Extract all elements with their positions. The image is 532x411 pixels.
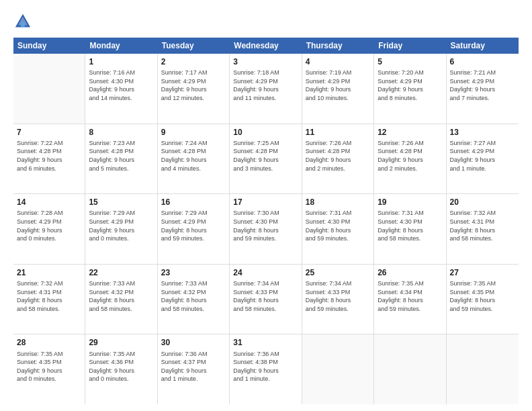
day-info: Sunrise: 7:34 AM Sunset: 4:33 PM Dayligh… bbox=[233, 279, 298, 313]
svg-rect-2 bbox=[21, 22, 25, 27]
day-info: Sunrise: 7:32 AM Sunset: 4:31 PM Dayligh… bbox=[17, 279, 81, 313]
day-number: 26 bbox=[378, 267, 442, 278]
day-number: 8 bbox=[89, 127, 153, 138]
cal-cell: 1Sunrise: 7:16 AM Sunset: 4:30 PM Daylig… bbox=[85, 54, 157, 124]
day-number: 24 bbox=[233, 267, 298, 278]
day-info: Sunrise: 7:35 AM Sunset: 4:36 PM Dayligh… bbox=[89, 350, 153, 383]
logo bbox=[13, 12, 34, 31]
cal-cell: 4Sunrise: 7:19 AM Sunset: 4:29 PM Daylig… bbox=[302, 54, 374, 124]
cal-cell: 22Sunrise: 7:33 AM Sunset: 4:32 PM Dayli… bbox=[85, 265, 157, 334]
day-info: Sunrise: 7:33 AM Sunset: 4:32 PM Dayligh… bbox=[161, 279, 226, 313]
cal-cell bbox=[374, 334, 446, 404]
day-number: 13 bbox=[450, 127, 515, 138]
day-info: Sunrise: 7:21 AM Sunset: 4:29 PM Dayligh… bbox=[450, 68, 515, 102]
cal-cell bbox=[302, 334, 374, 404]
calendar-body: 1Sunrise: 7:16 AM Sunset: 4:30 PM Daylig… bbox=[13, 54, 519, 404]
day-info: Sunrise: 7:20 AM Sunset: 4:29 PM Dayligh… bbox=[378, 68, 442, 102]
day-number: 30 bbox=[161, 337, 226, 348]
day-number: 23 bbox=[161, 267, 226, 278]
day-number: 15 bbox=[89, 197, 153, 208]
day-info: Sunrise: 7:34 AM Sunset: 4:33 PM Dayligh… bbox=[306, 279, 370, 313]
cal-cell: 29Sunrise: 7:35 AM Sunset: 4:36 PM Dayli… bbox=[85, 334, 157, 404]
day-info: Sunrise: 7:35 AM Sunset: 4:34 PM Dayligh… bbox=[378, 279, 442, 313]
day-number: 4 bbox=[306, 56, 370, 67]
day-info: Sunrise: 7:16 AM Sunset: 4:30 PM Dayligh… bbox=[89, 68, 153, 102]
header-day-friday: Friday bbox=[374, 38, 446, 54]
cal-cell: 27Sunrise: 7:35 AM Sunset: 4:35 PM Dayli… bbox=[447, 265, 519, 334]
week-row-2: 7Sunrise: 7:22 AM Sunset: 4:28 PM Daylig… bbox=[13, 124, 519, 195]
day-number: 19 bbox=[378, 197, 442, 208]
day-info: Sunrise: 7:23 AM Sunset: 4:28 PM Dayligh… bbox=[89, 139, 153, 173]
day-info: Sunrise: 7:29 AM Sunset: 4:29 PM Dayligh… bbox=[89, 209, 153, 242]
cal-cell: 23Sunrise: 7:33 AM Sunset: 4:32 PM Dayli… bbox=[158, 265, 230, 334]
day-info: Sunrise: 7:22 AM Sunset: 4:28 PM Dayligh… bbox=[17, 139, 81, 173]
day-number: 1 bbox=[89, 56, 153, 67]
cal-cell bbox=[447, 334, 519, 404]
day-info: Sunrise: 7:31 AM Sunset: 4:30 PM Dayligh… bbox=[378, 209, 442, 242]
cal-cell: 13Sunrise: 7:27 AM Sunset: 4:29 PM Dayli… bbox=[447, 124, 519, 194]
calendar: SundayMondayTuesdayWednesdayThursdayFrid… bbox=[13, 38, 519, 404]
day-info: Sunrise: 7:30 AM Sunset: 4:30 PM Dayligh… bbox=[233, 209, 298, 242]
day-number: 29 bbox=[89, 337, 153, 348]
day-number: 20 bbox=[450, 197, 515, 208]
day-info: Sunrise: 7:31 AM Sunset: 4:30 PM Dayligh… bbox=[306, 209, 370, 242]
cal-cell: 7Sunrise: 7:22 AM Sunset: 4:28 PM Daylig… bbox=[13, 124, 85, 194]
day-number: 16 bbox=[161, 197, 226, 208]
day-number: 25 bbox=[306, 267, 370, 278]
day-info: Sunrise: 7:25 AM Sunset: 4:28 PM Dayligh… bbox=[233, 139, 298, 173]
cal-cell: 8Sunrise: 7:23 AM Sunset: 4:28 PM Daylig… bbox=[85, 124, 157, 194]
day-number: 21 bbox=[17, 267, 81, 278]
day-number: 3 bbox=[233, 56, 298, 67]
day-number: 27 bbox=[450, 267, 515, 278]
day-number: 18 bbox=[306, 197, 370, 208]
cal-cell: 15Sunrise: 7:29 AM Sunset: 4:29 PM Dayli… bbox=[85, 194, 157, 264]
day-number: 28 bbox=[17, 337, 81, 348]
cal-cell: 6Sunrise: 7:21 AM Sunset: 4:29 PM Daylig… bbox=[447, 54, 519, 124]
cal-cell: 3Sunrise: 7:18 AM Sunset: 4:29 PM Daylig… bbox=[230, 54, 302, 124]
day-info: Sunrise: 7:26 AM Sunset: 4:28 PM Dayligh… bbox=[378, 139, 442, 173]
day-number: 17 bbox=[233, 197, 298, 208]
cal-cell: 31Sunrise: 7:36 AM Sunset: 4:38 PM Dayli… bbox=[230, 334, 302, 404]
day-info: Sunrise: 7:26 AM Sunset: 4:28 PM Dayligh… bbox=[306, 139, 370, 173]
cal-cell: 11Sunrise: 7:26 AM Sunset: 4:28 PM Dayli… bbox=[302, 124, 374, 194]
cal-cell: 19Sunrise: 7:31 AM Sunset: 4:30 PM Dayli… bbox=[374, 194, 446, 264]
cal-cell: 12Sunrise: 7:26 AM Sunset: 4:28 PM Dayli… bbox=[374, 124, 446, 194]
day-info: Sunrise: 7:19 AM Sunset: 4:29 PM Dayligh… bbox=[306, 68, 370, 102]
day-number: 31 bbox=[233, 337, 298, 348]
day-info: Sunrise: 7:36 AM Sunset: 4:37 PM Dayligh… bbox=[161, 350, 226, 383]
header-day-monday: Monday bbox=[85, 38, 157, 54]
day-info: Sunrise: 7:18 AM Sunset: 4:29 PM Dayligh… bbox=[233, 68, 298, 102]
cal-cell: 10Sunrise: 7:25 AM Sunset: 4:28 PM Dayli… bbox=[230, 124, 302, 194]
header-day-tuesday: Tuesday bbox=[158, 38, 230, 54]
day-info: Sunrise: 7:32 AM Sunset: 4:31 PM Dayligh… bbox=[450, 209, 515, 242]
cal-cell: 5Sunrise: 7:20 AM Sunset: 4:29 PM Daylig… bbox=[374, 54, 446, 124]
cal-cell: 18Sunrise: 7:31 AM Sunset: 4:30 PM Dayli… bbox=[302, 194, 374, 264]
day-info: Sunrise: 7:29 AM Sunset: 4:29 PM Dayligh… bbox=[161, 209, 226, 242]
day-info: Sunrise: 7:17 AM Sunset: 4:29 PM Dayligh… bbox=[161, 68, 226, 102]
cal-cell: 25Sunrise: 7:34 AM Sunset: 4:33 PM Dayli… bbox=[302, 265, 374, 334]
day-number: 2 bbox=[161, 56, 226, 67]
logo-icon bbox=[13, 12, 32, 31]
cal-cell bbox=[13, 54, 85, 124]
cal-cell: 20Sunrise: 7:32 AM Sunset: 4:31 PM Dayli… bbox=[447, 194, 519, 264]
header bbox=[13, 12, 519, 31]
cal-cell: 14Sunrise: 7:28 AM Sunset: 4:29 PM Dayli… bbox=[13, 194, 85, 264]
day-info: Sunrise: 7:24 AM Sunset: 4:28 PM Dayligh… bbox=[161, 139, 226, 173]
day-info: Sunrise: 7:36 AM Sunset: 4:38 PM Dayligh… bbox=[233, 350, 298, 383]
day-info: Sunrise: 7:28 AM Sunset: 4:29 PM Dayligh… bbox=[17, 209, 81, 242]
cal-cell: 17Sunrise: 7:30 AM Sunset: 4:30 PM Dayli… bbox=[230, 194, 302, 264]
calendar-header: SundayMondayTuesdayWednesdayThursdayFrid… bbox=[13, 38, 519, 54]
page: SundayMondayTuesdayWednesdayThursdayFrid… bbox=[0, 0, 532, 411]
header-day-thursday: Thursday bbox=[302, 38, 374, 54]
header-day-saturday: Saturday bbox=[447, 38, 519, 54]
cal-cell: 9Sunrise: 7:24 AM Sunset: 4:28 PM Daylig… bbox=[158, 124, 230, 194]
cal-cell: 28Sunrise: 7:35 AM Sunset: 4:35 PM Dayli… bbox=[13, 334, 85, 404]
cal-cell: 2Sunrise: 7:17 AM Sunset: 4:29 PM Daylig… bbox=[158, 54, 230, 124]
day-info: Sunrise: 7:35 AM Sunset: 4:35 PM Dayligh… bbox=[17, 350, 81, 383]
day-number: 14 bbox=[17, 197, 81, 208]
day-info: Sunrise: 7:27 AM Sunset: 4:29 PM Dayligh… bbox=[450, 139, 515, 173]
week-row-4: 21Sunrise: 7:32 AM Sunset: 4:31 PM Dayli… bbox=[13, 265, 519, 335]
day-number: 6 bbox=[450, 56, 515, 67]
day-number: 5 bbox=[378, 56, 442, 67]
day-number: 10 bbox=[233, 127, 298, 138]
